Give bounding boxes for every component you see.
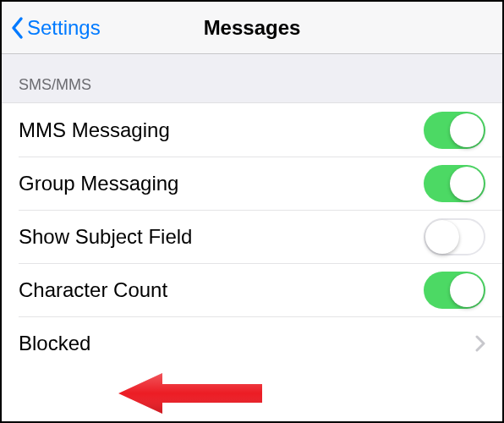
character-count-label: Character Count xyxy=(19,278,167,302)
mms-messaging-row[interactable]: MMS Messaging xyxy=(2,103,502,157)
group-messaging-row[interactable]: Group Messaging xyxy=(2,157,502,210)
svg-marker-1 xyxy=(118,373,262,414)
show-subject-field-row[interactable]: Show Subject Field xyxy=(2,210,502,263)
switch-knob xyxy=(450,113,484,147)
page-title: Messages xyxy=(204,16,301,40)
blocked-row[interactable]: Blocked xyxy=(2,316,502,370)
blocked-label: Blocked xyxy=(19,332,90,355)
annotation-arrow xyxy=(118,371,262,416)
back-label: Settings xyxy=(27,16,101,40)
chevron-right-icon xyxy=(475,335,485,352)
chevron-left-icon xyxy=(10,16,24,40)
switch-knob xyxy=(450,273,484,307)
switch-knob xyxy=(425,220,459,254)
switch-knob xyxy=(450,167,484,201)
show-subject-field-label: Show Subject Field xyxy=(19,225,192,249)
back-button[interactable]: Settings xyxy=(2,16,101,40)
show-subject-field-switch[interactable] xyxy=(424,218,485,255)
mms-messaging-label: MMS Messaging xyxy=(19,118,170,142)
section-header: SMS/MMS xyxy=(2,54,502,103)
character-count-row[interactable]: Character Count xyxy=(2,263,502,316)
svg-marker-0 xyxy=(118,373,262,414)
character-count-switch[interactable] xyxy=(424,272,485,309)
group-messaging-switch[interactable] xyxy=(424,165,485,202)
mms-messaging-switch[interactable] xyxy=(424,112,485,149)
settings-list: MMS Messaging Group Messaging Show Subje… xyxy=(2,103,502,370)
group-messaging-label: Group Messaging xyxy=(19,172,178,195)
navigation-bar: Settings Messages xyxy=(2,2,502,54)
